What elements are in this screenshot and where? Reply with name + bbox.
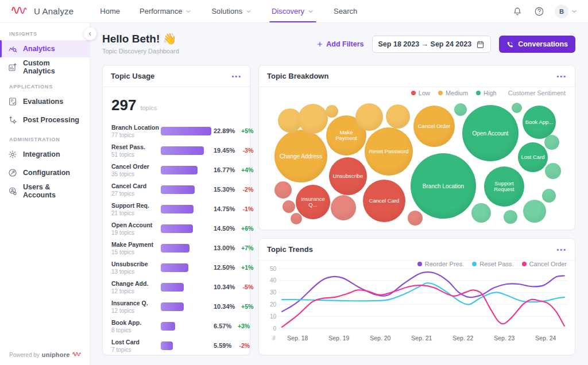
y-axis-tick: 30 [270,289,277,296]
topic-label: Open Account [111,222,161,228]
bubble-change-address[interactable]: Change Address [274,130,327,182]
bubble-unlabeled[interactable] [544,135,559,150]
sidebar-item-analytics[interactable]: Analytics [0,40,90,57]
legend-item-medium[interactable]: Medium [438,90,468,96]
conversations-label: Conversations [518,40,568,48]
nav-item-solutions[interactable]: Solutions [211,0,252,22]
primary-nav: HomePerformanceSolutionsDiscoverySearch [100,0,357,22]
nav-item-performance[interactable]: Performance [140,0,192,22]
usage-bar-track [161,283,214,292]
topic-usage-row[interactable]: Lost Card7 topics5.59%-2% [111,336,241,355]
plus-icon [316,41,323,48]
bubble-label: Book App... [523,119,556,125]
nav-item-label: Search [334,7,357,15]
topic-usage-row[interactable]: Unsubscribe13 topics12.50%+1% [111,258,241,277]
bubble-unlabeled[interactable] [523,200,546,223]
bubble-label: Make Payment [326,130,366,142]
bubble-unlabeled[interactable] [326,105,338,118]
bubble-open-account[interactable]: Open Account [462,105,519,161]
bubble-unlabeled[interactable] [274,181,292,199]
topic-percentage: 14.75% [214,205,235,212]
bubble-unsubscribe[interactable]: Unsubscribe [329,157,367,195]
sidebar-item-users-accounts[interactable]: Users & Accounts [0,182,90,200]
add-filters-button[interactable]: Add Filters [316,40,363,48]
brand[interactable]: U Analyze [10,5,74,18]
date-range-picker[interactable]: Sep 18 2023 → Sep 24 2023 [372,36,492,53]
topic-usage-row[interactable]: Cancel Card27 topics15.30%-2% [111,180,241,199]
topic-usage-row[interactable]: Insurance Q.12 topics10.34%+5% [111,297,241,316]
sidebar-item-integration[interactable]: Integration [0,146,90,163]
sidebar-item-configuration[interactable]: Configuration [0,164,90,181]
topic-usage-row[interactable]: Cancel Order35 topics16.77%+4% [111,160,241,180]
topic-count: 27 topics [111,191,161,197]
sidebar-item-label: Configuration [23,169,70,177]
sidebar-item-evaluations[interactable]: Evaluations [0,93,90,110]
bubble-branch-location[interactable]: Branch Location [411,153,476,219]
bubble-cancel-order[interactable]: Cancel Order [413,106,455,147]
bubble-unlabeled[interactable] [331,195,356,220]
topic-percentage: 12.50% [214,264,235,271]
nav-item-discovery[interactable]: Discovery [272,0,314,22]
topics-total-unit: topics [140,104,157,111]
bubble-unlabeled[interactable] [298,104,328,134]
topic-usage-row[interactable]: Change Add.12 topics10.34%-5% [111,277,241,297]
legend-item-low[interactable]: Low [411,90,430,96]
topic-usage-title: Topic Usage [111,72,154,80]
help-button[interactable] [533,5,546,18]
bubble-book-app-[interactable]: Book App... [523,106,556,139]
conversations-button[interactable]: Conversations [499,36,575,53]
bubble-unlabeled[interactable] [386,104,410,129]
sidebar-item-label: Post Processing [23,116,79,124]
nav-item-home[interactable]: Home [100,0,120,22]
topic-delta: +5% [238,127,253,134]
bubble-unlabeled[interactable] [545,163,561,179]
calendar-icon [476,40,485,49]
sidebar-item-custom-analytics[interactable]: Custom Analytics [0,59,90,76]
usage-bar [161,127,211,135]
topic-usage-menu-button[interactable]: ••• [231,74,242,79]
bubble-reset-password[interactable]: Reset Password [365,127,413,176]
topic-delta: +1% [238,264,253,271]
bubble-unlabeled[interactable] [504,210,517,224]
bubble-unlabeled[interactable] [471,203,491,223]
bubble-unlabeled[interactable] [454,103,467,116]
legend-label: Low [419,90,430,96]
topic-percentage: 14.50% [214,225,235,232]
legend-dot [438,91,443,95]
bubble-unlabeled[interactable] [291,213,302,224]
user-menu[interactable]: B [555,5,578,18]
topic-trends-menu-button[interactable]: ••• [556,247,567,252]
nav-item-search[interactable]: Search [334,0,357,22]
topic-usage-row[interactable]: Support Req.21 topics14.75%-1% [111,199,241,219]
bubble-unlabeled[interactable] [408,211,423,226]
topic-label: Change Add. [111,280,161,287]
x-axis-tick: Sep. 19 [328,335,349,341]
topic-usage-row[interactable]: Reset Pass.51 topics19.45%-3% [111,141,241,160]
topic-usage-row[interactable]: Book App.8 topics6.57%+3% [111,316,241,336]
sidebar-item-post-processing[interactable]: Post Processing [0,111,90,129]
bubble-lost-card[interactable]: Lost Card [518,142,548,172]
bubble-unlabeled[interactable] [542,189,556,203]
bubble-unlabeled[interactable] [355,103,383,131]
bubble-support-request[interactable]: Support Request [484,166,524,207]
bubble-cancel-card[interactable]: Cancel Card [363,180,405,222]
bubble-label: Open Account [470,130,511,137]
sidebar-item-label: Integration [23,150,60,158]
evaluations-icon [8,97,17,106]
bubble-unlabeled[interactable] [283,200,295,213]
post-processing-icon [8,115,17,125]
bubble-insurance-q-[interactable]: Insurance Q... [296,185,330,219]
add-filters-label: Add Filters [326,40,363,48]
legend-dot [411,91,416,95]
users-accounts-icon [8,187,17,196]
topic-usage-row[interactable]: Branch Location77 topics22.89%+5% [111,121,241,141]
topic-breakdown-menu-button[interactable]: ••• [556,74,567,79]
topic-label: Support Req. [111,202,161,209]
legend-item-high[interactable]: High [476,90,497,96]
topic-usage-row[interactable]: Open Account19 topics14.50%+6% [111,219,241,238]
notifications-button[interactable] [511,5,524,18]
sidebar-collapse-button[interactable] [84,28,96,40]
y-axis-tick: 10 [270,313,277,320]
topic-usage-row[interactable]: Make Payment15 topics13.00%+7% [111,238,241,258]
bubble-unlabeled[interactable] [512,103,522,113]
